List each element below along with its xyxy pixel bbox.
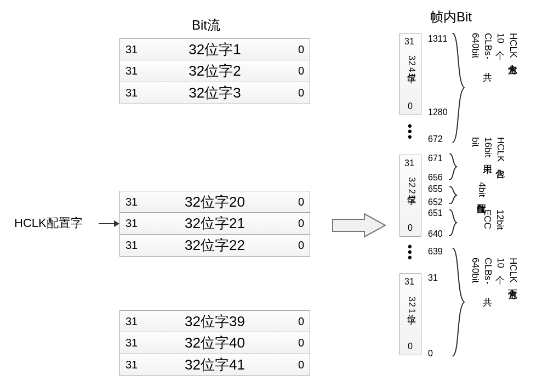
side-label-12bit-ecc: 12bit ECC bbox=[481, 209, 506, 230]
curly-brace bbox=[451, 33, 465, 145]
frame-bit-number: 656 bbox=[428, 173, 443, 183]
bit-index-right: 0 bbox=[280, 87, 310, 99]
frame-bit-number: 672 bbox=[428, 134, 443, 144]
svg-marker-2 bbox=[333, 214, 385, 237]
bitstream-table-bottom: 31 32位字39 0 31 32位字40 0 31 32位字41 0 bbox=[119, 310, 310, 376]
word-label: 32位字2 bbox=[150, 61, 280, 81]
bit-index-left: 31 bbox=[120, 217, 150, 230]
table-row: 31 32位字3 0 bbox=[119, 82, 310, 104]
word-label: 32位字1 bbox=[150, 40, 280, 59]
word-label: 32位字22 bbox=[150, 236, 280, 255]
table-row: 31 32位字41 0 bbox=[119, 354, 310, 376]
bit-index-right: 0 bbox=[280, 239, 310, 252]
frame-word-box-top: 31 32位字41 0 bbox=[399, 33, 421, 115]
bit-index-left: 31 bbox=[120, 359, 150, 371]
bit-index-left: 31 bbox=[120, 43, 150, 56]
bit-index: 0 bbox=[408, 101, 413, 111]
bit-index-right: 0 bbox=[280, 65, 310, 77]
table-row: 31 32位字39 0 bbox=[119, 310, 310, 332]
bit-index-right: 0 bbox=[280, 315, 310, 328]
bitstream-table-top: 31 32位字1 0 31 32位字2 0 31 32位字3 0 bbox=[119, 38, 310, 104]
frame-bit-number: 1280 bbox=[428, 107, 448, 117]
word-label-vertical: 32位字1 bbox=[406, 297, 417, 314]
arrow-right-large bbox=[332, 212, 386, 239]
bit-index-right: 0 bbox=[280, 337, 310, 349]
frame-word-box-bottom: 31 32位字1 0 bbox=[399, 273, 421, 355]
bit-index: 31 bbox=[404, 277, 414, 287]
frame-bit-number: 655 bbox=[428, 184, 443, 194]
word-label-vertical: 32位字41 bbox=[406, 55, 417, 78]
frame-bit-number: 651 bbox=[428, 208, 443, 218]
bit-index: 0 bbox=[408, 342, 413, 351]
frame-bit-number: 31 bbox=[428, 273, 438, 283]
bit-index: 31 bbox=[404, 158, 414, 168]
bit-index-left: 31 bbox=[120, 87, 150, 99]
bit-index-left: 31 bbox=[120, 65, 150, 77]
curly-brace bbox=[448, 209, 458, 238]
word-label-vertical: 32位字21 bbox=[406, 177, 417, 200]
table-row: 31 32位字1 0 bbox=[119, 38, 310, 60]
word-label: 32位字39 bbox=[150, 312, 280, 331]
frame-word-box-mid: 31 32位字21 0 bbox=[399, 155, 421, 237]
frame-bit-number: 671 bbox=[428, 154, 443, 163]
word-label: 32位字41 bbox=[150, 355, 280, 374]
bit-index-left: 31 bbox=[120, 315, 150, 328]
frame-bit-number: 652 bbox=[428, 197, 443, 207]
bitstream-title: Bit流 bbox=[192, 16, 220, 34]
side-label-4bit-config: 4bit配置位 bbox=[475, 182, 488, 197]
table-row: 31 32位字2 0 bbox=[119, 60, 310, 82]
word-label: 32位字40 bbox=[150, 333, 280, 353]
side-label-hclk-unused: HCLK包含16bit未用bit bbox=[469, 137, 506, 162]
framebit-title: 帧内Bit bbox=[430, 8, 472, 26]
frame-bit-number: 640 bbox=[428, 229, 443, 239]
curly-brace bbox=[448, 154, 458, 182]
table-row: 31 32位字21 0 bbox=[119, 213, 310, 235]
table-row: 31 32位字20 0 bbox=[119, 191, 310, 213]
frame-bit-number: 639 bbox=[428, 247, 443, 257]
curly-brace bbox=[451, 248, 465, 359]
bit-index: 31 bbox=[404, 37, 414, 47]
word-label: 32位字20 bbox=[150, 192, 280, 212]
svg-marker-1 bbox=[114, 220, 119, 227]
bitstream-table-mid: 31 32位字20 0 31 32位字21 0 31 32位字22 0 bbox=[119, 191, 310, 257]
hclk-config-label: HCLK配置字 bbox=[14, 215, 83, 231]
table-row: 31 32位字22 0 bbox=[119, 235, 310, 257]
bit-index-left: 31 bbox=[120, 239, 150, 252]
curly-brace bbox=[448, 186, 458, 206]
frame-bit-number: 1311 bbox=[428, 34, 448, 44]
bit-index: 0 bbox=[408, 223, 413, 233]
vertical-ellipsis: ••• bbox=[408, 123, 412, 140]
table-row: 31 32位字40 0 bbox=[119, 332, 310, 354]
word-label: 32位字21 bbox=[150, 214, 280, 233]
bit-index-left: 31 bbox=[120, 337, 150, 349]
bit-index-right: 0 bbox=[280, 359, 310, 371]
bit-index-left: 31 bbox=[120, 196, 150, 208]
bit-index-right: 0 bbox=[280, 196, 310, 208]
side-label-upper-clbs: HCLK上方包含10个CLBs，共640bit bbox=[469, 33, 519, 65]
bit-index-right: 0 bbox=[280, 43, 310, 56]
word-label: 32位字3 bbox=[150, 83, 280, 103]
bit-index-right: 0 bbox=[280, 217, 310, 230]
vertical-ellipsis: ••• bbox=[408, 244, 412, 260]
frame-bit-number: 0 bbox=[428, 349, 433, 359]
side-label-lower-clbs: HCLK下方包含10个CLBs，共640bit bbox=[469, 258, 519, 290]
arrow-right-small bbox=[99, 217, 119, 230]
